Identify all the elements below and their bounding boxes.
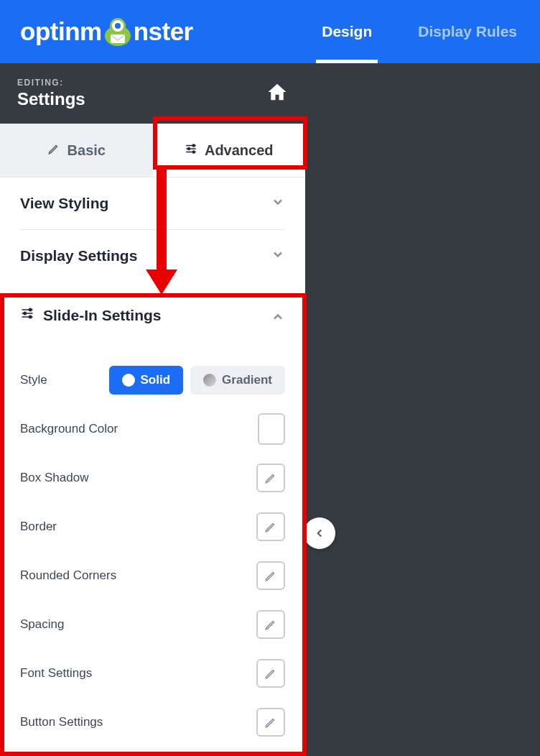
row-background-color: Background Color — [20, 405, 285, 453]
top-nav: Design Display Rules — [299, 0, 540, 63]
edit-border-button[interactable] — [256, 512, 285, 541]
label-style: Style — [20, 373, 47, 387]
chevron-down-icon — [271, 247, 285, 264]
section-header-display-settings[interactable]: Display Settings — [0, 230, 305, 282]
editing-label: EDITING: — [17, 78, 85, 88]
style-solid-label: Solid — [141, 373, 171, 387]
label-box-shadow: Box Shadow — [20, 471, 88, 485]
section-title-view-styling: View Styling — [20, 195, 108, 212]
section-title-display-settings: Display Settings — [20, 247, 137, 264]
label-border: Border — [20, 520, 57, 534]
label-spacing: Spacing — [20, 617, 64, 632]
logo-text-pre: optinm — [20, 17, 102, 46]
tab-advanced-label: Advanced — [205, 142, 274, 159]
gradient-circle-icon — [203, 374, 216, 387]
label-font-settings: Font Settings — [20, 666, 92, 681]
sliders-icon — [185, 142, 197, 159]
tab-basic-label: Basic — [68, 142, 106, 159]
label-rounded-corners: Rounded Corners — [20, 568, 116, 583]
topbar: optinm nster Design Display Rules — [0, 0, 540, 63]
pencil-icon — [47, 142, 60, 159]
chevron-up-icon — [271, 307, 285, 324]
edit-rounded-corners-button[interactable] — [256, 561, 285, 590]
circle-icon — [122, 374, 135, 387]
logo-mascot-icon — [101, 14, 135, 49]
edit-spacing-button[interactable] — [256, 610, 285, 639]
background-color-swatch[interactable] — [258, 413, 285, 445]
collapse-sidebar-button[interactable] — [304, 517, 335, 549]
section-slide-in: Slide-In Settings Style Solid Gradient — [0, 289, 305, 747]
row-rounded-corners: Rounded Corners — [20, 551, 285, 600]
edit-font-settings-button[interactable] — [256, 659, 285, 688]
home-icon[interactable] — [266, 81, 288, 106]
tab-basic[interactable]: Basic — [0, 124, 153, 177]
svg-point-6 — [187, 147, 190, 149]
label-background-color: Background Color — [20, 422, 118, 436]
edit-button-settings-button[interactable] — [256, 708, 285, 737]
svg-point-3 — [115, 23, 121, 29]
style-solid-button[interactable]: Solid — [109, 366, 184, 395]
sidebar: EDITING: Settings Basic Advanced View — [0, 63, 305, 756]
section-display-settings: Display Settings — [0, 230, 305, 282]
slide-in-panel-body: Style Solid Gradient Background Color — [0, 341, 305, 747]
section-header-slide-in[interactable]: Slide-In Settings — [0, 289, 305, 341]
svg-point-9 — [24, 312, 26, 314]
edit-box-shadow-button[interactable] — [256, 464, 285, 492]
section-view-styling: View Styling — [0, 177, 305, 229]
svg-point-8 — [29, 308, 32, 310]
svg-point-5 — [192, 144, 195, 147]
row-spacing: Spacing — [20, 600, 285, 649]
settings-tabs: Basic Advanced — [0, 124, 305, 177]
logo-text-post: nster — [134, 17, 193, 46]
row-style: Style Solid Gradient — [20, 356, 285, 405]
label-button-settings: Button Settings — [20, 715, 103, 729]
svg-point-7 — [192, 151, 195, 153]
svg-point-10 — [29, 315, 32, 318]
sliders-icon — [20, 306, 34, 324]
row-border: Border — [20, 502, 285, 551]
section-header-view-styling[interactable]: View Styling — [0, 178, 305, 229]
row-font-settings: Font Settings — [20, 649, 285, 698]
nav-display-rules[interactable]: Display Rules — [395, 0, 540, 63]
editing-title: Settings — [17, 89, 85, 109]
nav-design[interactable]: Design — [299, 0, 395, 63]
editing-header: EDITING: Settings — [0, 63, 305, 124]
style-gradient-button[interactable]: Gradient — [190, 366, 285, 395]
row-box-shadow: Box Shadow — [20, 453, 285, 502]
style-toggle: Solid Gradient — [109, 366, 285, 395]
style-gradient-label: Gradient — [222, 373, 272, 387]
row-button-settings: Button Settings — [20, 698, 285, 747]
tab-advanced[interactable]: Advanced — [153, 124, 306, 177]
logo: optinm nster — [20, 14, 193, 49]
section-title-slide-in: Slide-In Settings — [43, 307, 162, 324]
chevron-down-icon — [271, 195, 285, 212]
